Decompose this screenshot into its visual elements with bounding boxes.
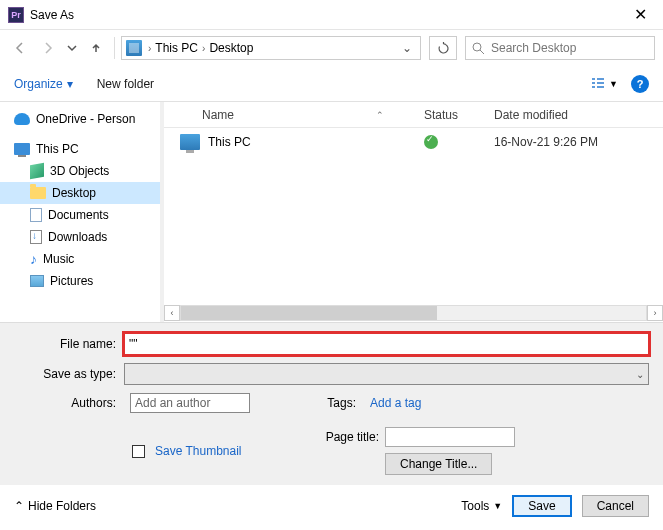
sort-asc-icon: ⌃: [376, 110, 384, 120]
breadcrumb-item[interactable]: This PC: [155, 41, 198, 55]
scroll-right-icon[interactable]: ›: [647, 305, 663, 321]
chevron-down-icon: ⌄: [636, 369, 644, 380]
cloud-icon: [14, 113, 30, 125]
window-title: Save As: [30, 8, 626, 22]
tags-label: Tags:: [314, 396, 364, 410]
pc-icon: [180, 134, 200, 150]
tree-item-music[interactable]: ♪Music: [0, 248, 160, 270]
tree-item-downloads[interactable]: Downloads: [0, 226, 160, 248]
list-view-icon: [591, 77, 605, 91]
tree-item-thispc[interactable]: This PC: [0, 138, 160, 160]
cube-icon: [30, 163, 44, 179]
save-button[interactable]: Save: [512, 495, 571, 517]
change-title-button[interactable]: Change Title...: [385, 453, 492, 475]
svg-point-0: [473, 43, 481, 51]
forward-icon[interactable]: [36, 36, 60, 60]
tree-item-desktop[interactable]: Desktop: [0, 182, 160, 204]
up-icon[interactable]: [84, 36, 108, 60]
new-folder-button[interactable]: New folder: [97, 77, 154, 91]
picture-icon: [30, 275, 44, 287]
recent-chevron-icon[interactable]: [64, 36, 80, 60]
search-placeholder: Search Desktop: [491, 41, 576, 55]
column-date[interactable]: Date modified: [494, 108, 653, 122]
list-item[interactable]: This PC 16-Nov-21 9:26 PM: [164, 128, 663, 156]
tree-item-documents[interactable]: Documents: [0, 204, 160, 226]
authors-input[interactable]: [130, 393, 250, 413]
save-type-label: Save as type:: [14, 367, 124, 381]
hide-folders-button[interactable]: ⌃Hide Folders: [14, 499, 96, 513]
refresh-button[interactable]: [429, 36, 457, 60]
tools-menu[interactable]: Tools▼: [461, 499, 502, 513]
pc-icon: [14, 143, 30, 155]
search-input[interactable]: Search Desktop: [465, 36, 655, 60]
page-title-label: Page title:: [314, 430, 379, 444]
search-icon: [472, 42, 485, 55]
close-icon[interactable]: ✕: [626, 5, 655, 24]
list-header: Name⌃ Status Date modified: [164, 102, 663, 128]
tree-item-pictures[interactable]: Pictures: [0, 270, 160, 292]
scroll-left-icon[interactable]: ‹: [164, 305, 180, 321]
music-icon: ♪: [30, 251, 37, 267]
tree-item-onedrive[interactable]: OneDrive - Person: [0, 108, 160, 130]
chevron-down-icon: ▾: [67, 77, 73, 91]
horizontal-scrollbar[interactable]: ‹ ›: [164, 304, 663, 322]
pc-icon: [126, 40, 142, 56]
save-thumbnail-checkbox[interactable]: [132, 445, 145, 458]
view-options-button[interactable]: ▼: [586, 74, 623, 94]
folder-tree: OneDrive - Person This PC 3D Objects Des…: [0, 102, 160, 322]
divider: [114, 37, 115, 59]
tree-item-3dobjects[interactable]: 3D Objects: [0, 160, 160, 182]
file-name-label: File name:: [14, 337, 124, 351]
save-type-select[interactable]: ⌄: [124, 363, 649, 385]
status-ok-icon: [424, 135, 438, 149]
chevron-up-icon: ⌃: [14, 499, 24, 513]
cancel-button[interactable]: Cancel: [582, 495, 649, 517]
title-bar: Pr Save As ✕: [0, 0, 663, 30]
folder-icon: [30, 187, 46, 199]
app-icon: Pr: [8, 7, 24, 23]
toolbar: Organize▾ New folder ▼ ?: [0, 66, 663, 102]
nav-bar: › This PC › Desktop ⌄ Search Desktop: [0, 30, 663, 66]
chevron-down-icon: ▼: [609, 79, 618, 89]
document-icon: [30, 208, 42, 222]
dialog-footer: ⌃Hide Folders Tools▼ Save Cancel: [0, 485, 663, 527]
save-form: File name: Save as type: ⌄ Authors: Tags…: [0, 322, 663, 485]
chevron-right-icon: ›: [146, 43, 153, 54]
chevron-right-icon: ›: [200, 43, 207, 54]
organize-menu[interactable]: Organize▾: [14, 77, 73, 91]
column-status[interactable]: Status: [424, 108, 494, 122]
chevron-down-icon[interactable]: ⌄: [398, 41, 416, 55]
download-icon: [30, 230, 42, 244]
save-thumbnail-label: Save Thumbnail: [155, 444, 242, 458]
page-title-input[interactable]: [385, 427, 515, 447]
help-icon[interactable]: ?: [631, 75, 649, 93]
column-name[interactable]: Name⌃: [174, 108, 424, 122]
chevron-down-icon: ▼: [493, 501, 502, 511]
file-listing: Name⌃ Status Date modified This PC 16-No…: [164, 102, 663, 322]
authors-label: Authors:: [14, 396, 124, 410]
file-name-input[interactable]: [124, 333, 649, 355]
add-tag-link[interactable]: Add a tag: [370, 396, 421, 410]
breadcrumb[interactable]: › This PC › Desktop ⌄: [121, 36, 421, 60]
back-icon[interactable]: [8, 36, 32, 60]
breadcrumb-item[interactable]: Desktop: [209, 41, 253, 55]
